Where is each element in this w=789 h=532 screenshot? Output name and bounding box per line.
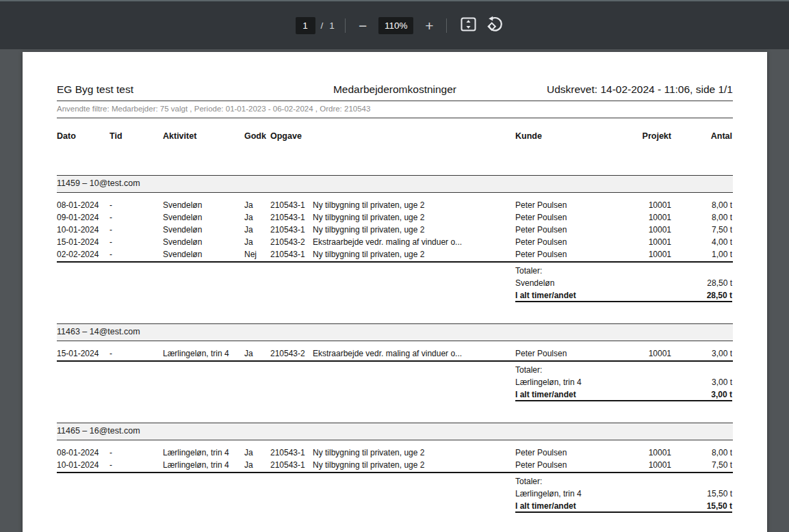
cell-projekt: 10001 bbox=[630, 236, 671, 248]
activity-total-value: 15,50 t bbox=[707, 488, 732, 500]
cell-antal: 7,50 t bbox=[671, 459, 732, 471]
cell-dato: 15-01-2024 bbox=[57, 347, 109, 360]
toolbar-divider bbox=[345, 18, 346, 33]
zoom-out-button[interactable]: − bbox=[356, 18, 370, 33]
zoom-in-button[interactable]: + bbox=[422, 18, 436, 33]
report-title: Medarbejderomkostninger bbox=[282, 83, 507, 96]
cell-aktivitet: Lærlingeløn, trin 4 bbox=[163, 347, 244, 360]
cell-dato: 02-02-2024 bbox=[57, 248, 109, 261]
table-row: 08-01-2024 - Lærlingeløn, trin 4 Ja 2105… bbox=[57, 447, 733, 459]
activity-total-label: Lærlingeløn, trin 4 bbox=[515, 488, 582, 500]
column-header-aktivitet: Aktivitet bbox=[163, 130, 244, 142]
totals-label: Totaler: bbox=[515, 265, 732, 277]
cell-projekt: 10001 bbox=[630, 459, 671, 471]
cell-projekt: 10001 bbox=[630, 248, 671, 261]
cell-opgave-nr: 210543-1 bbox=[270, 459, 313, 471]
cell-opgave: Ny tilbygning til privaten, uge 2 bbox=[313, 199, 515, 211]
cell-opgave-nr: 210543-2 bbox=[270, 236, 313, 248]
table-row: 15-01-2024 - Svendeløn Ja 210543-2 Ekstr… bbox=[57, 236, 733, 248]
cell-kunde: Peter Poulsen bbox=[515, 236, 630, 248]
cell-antal: 7,50 t bbox=[671, 224, 732, 236]
activity-total-row: Svendeløn 28,50 t bbox=[515, 277, 732, 289]
cell-opgave: Ny tilbygning til privaten, uge 2 bbox=[313, 211, 515, 224]
cell-opgave: Ekstraarbejde vedr. maling af vinduer o.… bbox=[313, 236, 515, 248]
cell-aktivitet: Lærlingeløn, trin 4 bbox=[163, 459, 244, 471]
cell-tid: - bbox=[109, 248, 163, 261]
toolbar-divider bbox=[446, 18, 447, 33]
cell-tid: - bbox=[109, 199, 163, 211]
cell-opgave: Ny tilbygning til privaten, uge 2 bbox=[313, 224, 515, 236]
rotate-button[interactable] bbox=[484, 14, 504, 37]
column-header-antal: Antal bbox=[671, 130, 732, 142]
column-header-kunde: Kunde bbox=[515, 130, 630, 142]
cell-projekt: 10001 bbox=[630, 347, 671, 360]
cell-kunde: Peter Poulsen bbox=[515, 347, 630, 360]
cell-projekt: 10001 bbox=[630, 211, 671, 224]
totals-caption: Totaler: bbox=[515, 364, 542, 376]
column-header-opgave-text bbox=[313, 130, 515, 142]
cell-tid: - bbox=[109, 236, 163, 248]
printed-timestamp: Udskrevet: 14-02-2024 - 11:06, side 1/1 bbox=[508, 83, 733, 96]
column-header-opgave: Opgave bbox=[270, 130, 313, 142]
cell-opgave-nr: 210543-2 bbox=[270, 347, 313, 360]
totals-caption: Totaler: bbox=[515, 475, 542, 488]
cell-opgave: Ny tilbygning til privaten, uge 2 bbox=[313, 248, 515, 261]
pdf-viewer-toolbar: 1 / 1 − 110% + bbox=[0, 0, 789, 49]
employee-group: 11463 – 14@test.com 15-01-2024 - Lærling… bbox=[57, 323, 733, 401]
cell-opgave-nr: 210543-1 bbox=[270, 447, 313, 459]
cell-tid: - bbox=[109, 347, 163, 360]
grand-total-value: 15,50 t bbox=[707, 500, 732, 511]
table-column-headers: Dato Tid Aktivitet Godk Opgave Kunde Pro… bbox=[57, 130, 733, 142]
page-total: 1 bbox=[329, 21, 335, 31]
group-totals: Totaler: Lærlingeløn, trin 4 15,50 t I a… bbox=[515, 475, 732, 513]
totals-label: Totaler: bbox=[515, 364, 732, 376]
table-row: 09-01-2024 - Svendeløn Ja 210543-1 Ny ti… bbox=[57, 211, 733, 224]
group-totals: Totaler: Svendeløn 28,50 t I alt timer/a… bbox=[515, 265, 732, 302]
cell-aktivitet: Svendeløn bbox=[163, 199, 244, 211]
cell-aktivitet: Svendeløn bbox=[163, 224, 244, 236]
zoom-level-input[interactable]: 110% bbox=[378, 17, 413, 34]
activity-total-label: Lærlingeløn, trin 4 bbox=[515, 376, 582, 388]
fit-to-page-button[interactable] bbox=[459, 16, 478, 35]
grand-total-label: I alt timer/andet bbox=[515, 388, 576, 400]
cell-opgave-nr: 210543-1 bbox=[270, 224, 313, 236]
employee-group: 11459 – 10@test.com 08-01-2024 - Svendel… bbox=[57, 175, 733, 302]
activity-total-value: 3,00 t bbox=[712, 376, 732, 388]
toolbar-controls: 1 / 1 − 110% + bbox=[296, 14, 505, 37]
page-number-input[interactable]: 1 bbox=[296, 17, 315, 34]
grand-total-row: I alt timer/andet 15,50 t bbox=[515, 500, 732, 513]
cell-kunde: Peter Poulsen bbox=[515, 199, 630, 211]
table-row: 15-01-2024 - Lærlingeløn, trin 4 Ja 2105… bbox=[57, 347, 733, 360]
cell-opgave-nr: 210543-1 bbox=[270, 211, 313, 224]
cell-projekt: 10001 bbox=[630, 224, 671, 236]
cell-dato: 10-01-2024 bbox=[57, 459, 109, 471]
cell-tid: - bbox=[109, 211, 163, 224]
cell-kunde: Peter Poulsen bbox=[515, 224, 630, 236]
cell-godk: Ja bbox=[244, 224, 270, 236]
totals-label: Totaler: bbox=[515, 475, 732, 488]
cell-godk: Ja bbox=[244, 447, 270, 459]
table-row: 10-01-2024 - Lærlingeløn, trin 4 Ja 2105… bbox=[57, 459, 733, 471]
cell-godk: Ja bbox=[244, 199, 270, 211]
cell-antal: 1,00 t bbox=[671, 248, 732, 261]
cell-tid: - bbox=[109, 447, 163, 459]
page-separator: / bbox=[321, 21, 324, 31]
cell-aktivitet: Svendeløn bbox=[163, 248, 244, 261]
table-row: 02-02-2024 - Svendeløn Nej 210543-1 Ny t… bbox=[57, 248, 733, 261]
cell-godk: Ja bbox=[244, 459, 270, 471]
cell-dato: 09-01-2024 bbox=[57, 211, 109, 224]
cell-godk: Ja bbox=[244, 211, 270, 224]
cell-projekt: 10001 bbox=[630, 199, 671, 211]
fit-page-icon bbox=[461, 17, 476, 34]
cell-dato: 15-01-2024 bbox=[57, 236, 109, 248]
group-rows: 08-01-2024 - Lærlingeløn, trin 4 Ja 2105… bbox=[57, 447, 733, 473]
cell-antal: 8,00 t bbox=[671, 447, 732, 459]
grand-total-value: 3,00 t bbox=[711, 388, 732, 400]
cell-opgave: Ny tilbygning til privaten, uge 2 bbox=[313, 459, 515, 471]
cell-aktivitet: Svendeløn bbox=[163, 236, 244, 248]
cell-godk: Nej bbox=[244, 248, 270, 261]
grand-total-value: 28,50 t bbox=[707, 289, 732, 301]
grand-total-label: I alt timer/andet bbox=[515, 500, 576, 511]
group-header: 11465 – 16@test.com bbox=[57, 423, 733, 440]
cell-opgave: Ny tilbygning til privaten, uge 2 bbox=[313, 447, 515, 459]
